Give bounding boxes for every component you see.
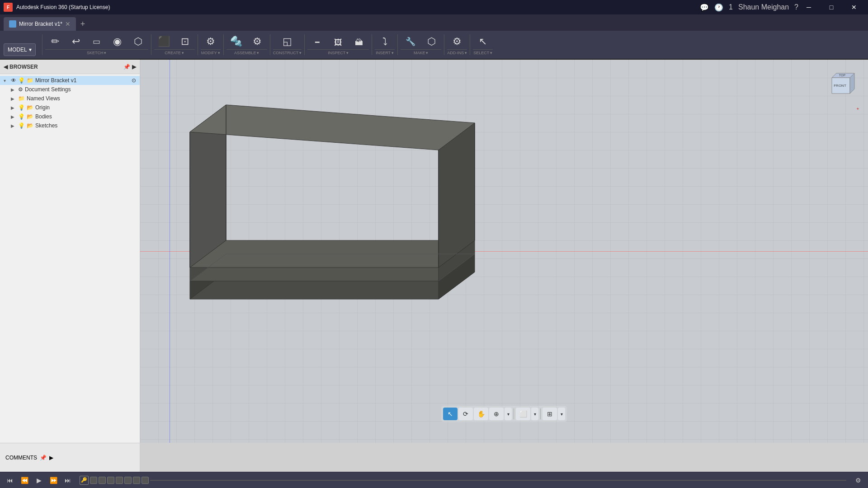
title-bar: F Autodesk Fusion 360 (Startup License) …	[0, 0, 868, 14]
zoom-button[interactable]: ⊕	[489, 408, 504, 420]
model-selector[interactable]: MODEL ▾	[4, 43, 36, 56]
create-box-button[interactable]: ⬛	[154, 35, 174, 48]
keyframe-marker-7[interactable]	[142, 477, 149, 484]
browser-expand-button[interactable]: ▶	[132, 64, 136, 70]
comments-pin-button[interactable]: 📌	[40, 455, 47, 461]
minimize-button[interactable]: ─	[798, 0, 819, 14]
inspect3-button[interactable]: 🏔	[349, 37, 369, 48]
play-button[interactable]: ▶	[33, 475, 45, 486]
separator-8	[444, 34, 444, 55]
make1-button[interactable]: 🔧	[401, 36, 420, 47]
gear-icon-doc: ⚙	[18, 86, 23, 93]
settings-badge[interactable]: ⊙	[132, 77, 136, 84]
play-back-button[interactable]: ⏪	[18, 475, 31, 486]
make-label: MAKE▾	[401, 49, 441, 56]
finish-sketch-button[interactable]: ↩	[66, 35, 86, 48]
keyframe-button-1[interactable]: 🔑	[80, 476, 89, 485]
orbit-button[interactable]: ⟳	[458, 408, 473, 420]
svg-text:TOP: TOP	[839, 74, 846, 77]
zoom-menu-button[interactable]: ▾	[505, 408, 512, 420]
display-menu-button[interactable]: ▾	[531, 408, 538, 420]
browser-collapse-icon[interactable]: ◀	[4, 64, 8, 70]
play-start-button[interactable]: ⏮	[4, 475, 16, 486]
create2-icon: ⊡	[181, 37, 189, 47]
select-mode-button[interactable]: ↖	[443, 408, 458, 420]
keyframe-marker-5[interactable]	[124, 477, 132, 484]
model-section: MODEL ▾	[4, 33, 39, 57]
timeline-settings-button[interactable]: ⚙	[852, 475, 864, 486]
tree-item-origin[interactable]: ▶ 💡 📂 Origin	[0, 103, 140, 112]
grid-button[interactable]: ⊞	[542, 408, 557, 420]
tab-mirror-bracket[interactable]: Mirror Bracket v1* ✕	[4, 17, 76, 31]
select-section: ↖ SELECT▾	[473, 33, 493, 57]
inspect-label: INSPECT▾	[307, 49, 369, 56]
maximize-button[interactable]: □	[821, 0, 842, 14]
svg-marker-9	[190, 105, 475, 150]
sketch-button[interactable]: ✏	[45, 35, 65, 48]
comments-expand-button[interactable]: ▶	[49, 455, 53, 461]
addins-button[interactable]: ⚙	[447, 35, 467, 48]
insert-button[interactable]: ⤵	[375, 35, 395, 48]
modify-button[interactable]: ⚙	[201, 35, 221, 48]
assemble2-button[interactable]: ⚙	[247, 35, 267, 48]
tree-item-doc-settings[interactable]: ▶ ⚙ Document Settings	[0, 85, 140, 94]
header-right: 💬 🕐 1 Shaun Meighan ?	[700, 3, 798, 12]
grid-menu-button[interactable]: ▾	[558, 408, 565, 420]
make1-icon: 🔧	[406, 38, 415, 46]
select-icon: ↖	[479, 37, 487, 47]
display-button[interactable]: ⬜	[516, 408, 530, 420]
help-button[interactable]: ?	[794, 3, 798, 11]
modify-label: MODIFY▾	[201, 49, 221, 56]
separator-9	[470, 34, 470, 55]
addins-icon: ⚙	[453, 37, 462, 47]
create2-button[interactable]: ⊡	[175, 35, 195, 48]
keyframe-marker-4[interactable]	[116, 477, 123, 484]
keyframe-marker-2[interactable]	[99, 477, 106, 484]
construct-button[interactable]: ◱	[277, 35, 297, 48]
hex-button[interactable]: ⬡	[128, 35, 148, 48]
sphere-button[interactable]: ◉	[108, 35, 127, 48]
browser-header: ◀ BROWSER 📌 ▶	[0, 60, 140, 74]
tree-item-root[interactable]: ▾ 👁 💡 📁 Mirror Bracket v1 ⊙	[0, 76, 140, 85]
keyframe-marker-3[interactable]	[107, 477, 114, 484]
comment-button[interactable]: 💬	[700, 3, 709, 12]
tree-item-named-views[interactable]: ▶ 📁 Named Views	[0, 94, 140, 103]
select-button[interactable]: ↖	[473, 35, 493, 48]
separator-0	[42, 34, 42, 55]
inspect-section: ━ 🖼 🏔 INSPECT▾	[307, 33, 369, 57]
new-tab-button[interactable]: +	[76, 17, 90, 31]
user-name[interactable]: Shaun Meighan	[738, 3, 789, 11]
viewport[interactable]: FRONT TOP + ↖ ⟳ ✋ ⊕ ▾ ⬜ ▾ ⊞ ▾	[140, 60, 868, 443]
svg-text:FRONT: FRONT	[834, 84, 846, 88]
make2-button[interactable]: ⬡	[421, 35, 441, 48]
assemble-section: 🔩 ⚙ ASSEMBLE▾	[226, 33, 267, 57]
insert-icon: ⤵	[382, 37, 387, 47]
view-cube[interactable]: FRONT TOP +	[823, 69, 859, 109]
tree-item-sketches[interactable]: ▶ 💡 📂 Sketches	[0, 121, 140, 130]
rect-button[interactable]: ▭	[87, 36, 107, 47]
hex-icon: ⬡	[134, 37, 142, 47]
inspect2-button[interactable]: 🖼	[328, 37, 348, 48]
keyframe-marker-1[interactable]	[90, 477, 97, 484]
play-forward-button[interactable]: ⏩	[47, 475, 60, 486]
create-section: ⬛ ⊡ CREATE▾	[154, 33, 195, 57]
inspect1-button[interactable]: ━	[307, 37, 327, 48]
play-end-button[interactable]: ⏭	[61, 475, 74, 486]
browser-pin-button[interactable]: 📌	[123, 64, 130, 70]
tab-close-button[interactable]: ✕	[65, 20, 71, 28]
bulb-icon-root: 💡	[18, 77, 25, 84]
tree-label-bodies: Bodies	[35, 113, 136, 120]
tree-arrow-doc: ▶	[11, 87, 16, 92]
window-controls: ─ □ ✕	[798, 0, 864, 14]
tree-arrow-bodies: ▶	[11, 114, 16, 119]
app-icon: F	[4, 3, 13, 12]
separator-1	[151, 34, 151, 55]
close-button[interactable]: ✕	[844, 0, 864, 14]
keyframe-marker-6[interactable]	[133, 477, 140, 484]
eye-icon-root: 👁	[11, 77, 16, 84]
insert-section: ⤵ INSERT▾	[375, 33, 395, 57]
pan-button[interactable]: ✋	[474, 408, 488, 420]
timeline-track: 🔑	[76, 476, 850, 485]
assemble1-button[interactable]: 🔩	[226, 35, 246, 48]
tree-item-bodies[interactable]: ▶ 💡 📂 Bodies	[0, 112, 140, 121]
